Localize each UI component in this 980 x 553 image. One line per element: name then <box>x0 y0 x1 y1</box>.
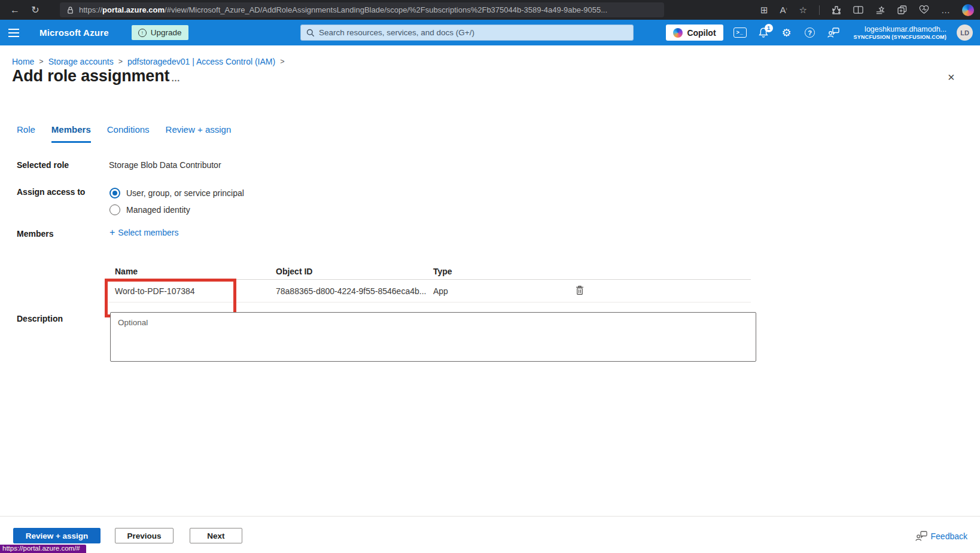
account-name: logeshkumar.dhamodh... <box>854 25 946 34</box>
azure-header: Microsoft Azure ↑ Upgrade Copilot >_ 1 ⚙… <box>0 20 980 45</box>
members-label: Members <box>17 229 53 239</box>
url-path: /#view/Microsoft_Azure_AD/AddRoleAssignm… <box>165 5 607 14</box>
help-icon[interactable]: ? <box>804 26 817 40</box>
breadcrumb-separator: > <box>118 57 123 66</box>
radio-user-group-service-principal[interactable]: User, group, or service principal <box>109 188 244 198</box>
tab-members[interactable]: Members <box>51 124 91 143</box>
address-bar[interactable]: https://portal.azure.com/#view/Microsoft… <box>60 2 664 17</box>
copilot-button[interactable]: Copilot <box>666 25 723 41</box>
member-object-id: 78a88365-d800-4224-9f55-8546eca4b... <box>276 286 426 296</box>
collections-icon[interactable] <box>875 5 885 15</box>
extensions-icon[interactable] <box>832 5 841 15</box>
previous-button[interactable]: Previous <box>115 528 174 543</box>
description-label: Description <box>17 314 63 323</box>
select-members-text: Select members <box>118 228 178 237</box>
members-table: Name Object ID Type Word-to-PDF-107384 7… <box>109 263 751 303</box>
tab-review-assign[interactable]: Review + assign <box>166 124 232 143</box>
radio-managed-identity[interactable]: Managed identity <box>109 204 190 215</box>
member-type: App <box>433 286 448 296</box>
copilot-logo-icon <box>673 28 683 38</box>
breadcrumb-home[interactable]: Home <box>12 57 34 66</box>
settings-gear-icon[interactable]: ⚙ <box>780 26 793 40</box>
read-aloud-icon[interactable]: A⁾ <box>780 5 787 15</box>
cloud-shell-icon[interactable]: >_ <box>734 26 747 40</box>
browser-settings-icon[interactable]: … <box>941 5 950 15</box>
title-more-menu-icon[interactable]: … <box>171 73 181 83</box>
delete-member-icon[interactable] <box>576 285 584 297</box>
copilot-label: Copilot <box>687 28 716 38</box>
assign-access-to-label: Assign access to <box>17 187 85 197</box>
back-icon[interactable]: ← <box>5 0 25 20</box>
review-assign-button[interactable]: Review + assign <box>13 528 101 543</box>
notification-badge: 1 <box>765 24 773 32</box>
feedback-person-icon[interactable] <box>827 26 840 40</box>
split-screen-icon[interactable] <box>853 5 863 14</box>
azure-header-actions: Copilot >_ 1 ⚙ ? logeshkumar.dhamodh... … <box>666 20 975 45</box>
search-icon <box>306 29 315 37</box>
breadcrumb-resource-iam[interactable]: pdfstoragedev01 | Access Control (IAM) <box>127 57 275 66</box>
account-info[interactable]: logeshkumar.dhamodh... SYNCFUSION (SYNCF… <box>854 25 946 41</box>
global-search-box[interactable] <box>300 25 634 41</box>
tab-bar: Role Members Conditions Review + assign <box>17 124 231 143</box>
edge-copilot-icon[interactable] <box>962 4 974 16</box>
col-object-id: Object ID <box>276 267 312 276</box>
portal-menu-icon[interactable] <box>0 29 28 37</box>
breadcrumb-separator: > <box>280 57 284 66</box>
favorites-star-icon[interactable]: ☆ <box>799 5 807 16</box>
status-bar-url: https://portal.azure.com/# <box>0 545 86 553</box>
members-table-header: Name Object ID Type <box>109 263 751 280</box>
close-icon[interactable]: × <box>948 71 955 84</box>
browser-action-icons: ⊞ A⁾ ☆ … <box>760 0 974 20</box>
selected-role-value: Storage Blob Data Contributor <box>109 160 221 170</box>
browser-toolbar: ← ↻ https://portal.azure.com/#view/Micro… <box>0 0 980 20</box>
page-title: Add role assignment <box>12 67 169 85</box>
refresh-icon[interactable]: ↻ <box>25 0 45 20</box>
browser-essentials-icon[interactable] <box>919 5 929 14</box>
feedback-label: Feedback <box>931 531 967 541</box>
tab-role[interactable]: Role <box>17 124 35 143</box>
col-name: Name <box>115 267 138 276</box>
multiple-windows-icon[interactable] <box>897 5 907 15</box>
member-name: Word-to-PDF-107384 <box>115 286 195 296</box>
toolbar-divider <box>819 5 820 15</box>
radio-unselected-icon[interactable] <box>109 204 120 215</box>
upgrade-arrow-icon: ↑ <box>138 29 147 37</box>
radio-selected-icon[interactable] <box>109 188 120 198</box>
description-textarea[interactable] <box>110 312 756 362</box>
feedback-person-icon <box>915 531 927 542</box>
url-scheme: https:// <box>79 5 102 14</box>
radio-label: User, group, or service principal <box>126 188 244 198</box>
col-type: Type <box>433 267 452 276</box>
upgrade-button[interactable]: ↑ Upgrade <box>132 25 188 40</box>
select-members-link[interactable]: + Select members <box>109 228 179 237</box>
account-org: SYNCFUSION (SYNCFUSION.COM) <box>854 34 946 41</box>
radio-label: Managed identity <box>126 205 190 215</box>
azure-brand[interactable]: Microsoft Azure <box>39 28 109 38</box>
plus-icon: + <box>109 228 115 237</box>
search-input[interactable] <box>319 28 628 37</box>
feedback-link[interactable]: Feedback <box>915 531 967 542</box>
table-row: Word-to-PDF-107384 78a88365-d800-4224-9f… <box>109 280 751 303</box>
avatar[interactable]: LD <box>957 25 973 41</box>
url-host: portal.azure.com <box>102 5 165 14</box>
selected-role-label: Selected role <box>17 160 69 170</box>
notifications-bell-icon[interactable]: 1 <box>757 26 770 40</box>
tab-conditions[interactable]: Conditions <box>107 124 150 143</box>
footer-divider <box>0 516 980 517</box>
lock-icon <box>67 6 74 14</box>
upgrade-label: Upgrade <box>151 28 182 37</box>
breadcrumb-separator: > <box>39 57 43 66</box>
url-text[interactable]: https://portal.azure.com/#view/Microsoft… <box>79 5 607 14</box>
apps-grid-icon[interactable]: ⊞ <box>760 5 768 16</box>
breadcrumb: Home > Storage accounts > pdfstoragedev0… <box>12 57 289 66</box>
breadcrumb-storage-accounts[interactable]: Storage accounts <box>48 57 114 66</box>
next-button[interactable]: Next <box>190 528 242 543</box>
